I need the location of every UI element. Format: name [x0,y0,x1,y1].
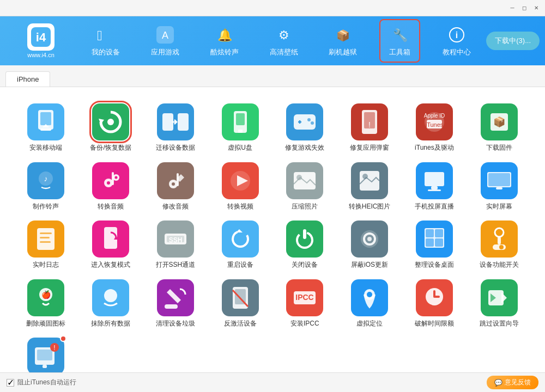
svg-rect-24 [236,113,245,125]
svg-text:IPCC: IPCC [296,293,314,302]
tool-fix-games[interactable]: 修复游戏失效 [275,103,335,152]
svg-text:!: ! [368,120,371,129]
tool-backup-guide[interactable]: !备份引导区数据 [16,338,76,372]
tool-heic-convert[interactable]: 转换HEIC图片 [340,162,399,211]
tool-icon-screen-cast [416,162,453,199]
tool-block-ios-update[interactable]: 屏蔽iOS更新 [340,220,399,270]
nav-wallpaper-label: 高清壁纸 [270,47,298,57]
nav-my-device[interactable]:  我的设备 [83,20,129,62]
nav-tutorials[interactable]: i 教程中心 [434,20,480,62]
maximize-btn[interactable]: ◻ [520,4,529,13]
tool-convert-audio[interactable]: 转换音频 [81,162,141,211]
tool-icon-shutdown-device [286,220,323,258]
tool-icon-heic-convert [351,162,388,199]
tool-make-ringtone[interactable]: ♪制作铃声 [16,162,76,211]
tool-icon-migrate [157,103,194,140]
tool-icon-itunes-driver: Apple ID iTunes [416,103,453,140]
tool-install-app[interactable]: 安装移动端 [16,103,76,152]
window-controls: ─ ◻ ✕ [508,4,541,13]
logo[interactable]: i4 www.i4.cn [5,23,76,58]
tool-label-break-timelimit: 破解时间限额 [415,320,454,328]
svg-text:📦: 📦 [493,116,506,128]
feedback-button[interactable]: 💬 意见反馈 [487,376,538,389]
nav-toolbox-label: 工具箱 [389,47,410,57]
tool-wipe-all[interactable]: 抹除所有数据 [81,279,141,328]
svg-rect-66 [431,186,438,189]
svg-rect-89 [303,229,306,239]
svg-rect-100 [435,238,443,247]
tool-deactivate[interactable]: 反激活设备 [210,279,270,328]
tool-grid: 安装移动端 备份/恢复数据 迁移设备数据 虚拟U盘 修复游戏失效 !修复应用弹窗… [16,98,529,372]
svg-point-94 [367,237,372,241]
tool-screen-cast[interactable]: 手机投屏直播 [405,162,464,211]
svg-point-50 [115,176,118,179]
tool-backup-restore[interactable]: 备份/恢复数据 [81,103,141,152]
itunes-checkbox[interactable]: ✓ [7,379,14,387]
svg-rect-103 [498,237,501,244]
svg-rect-99 [426,238,434,247]
tool-shutdown-device[interactable]: 关闭设备 [275,220,335,270]
tool-compress-photo[interactable]: 压缩照片 [275,162,335,211]
close-btn[interactable]: ✕ [532,4,541,13]
tool-break-timelimit[interactable]: 破解时间限额 [405,279,464,328]
svg-rect-97 [426,229,434,237]
tool-label-wipe-all: 抹除所有数据 [91,320,130,328]
nav-app-games[interactable]: A 应用游戏 [142,20,188,62]
wallpaper-icon: ⚙ [274,24,294,45]
tool-device-toggle[interactable]: 设备功能开关 [469,220,529,270]
bottom-left: ✓ 阻止iTunes自动运行 [7,378,76,387]
tool-convert-video[interactable]: 转换视频 [210,162,270,211]
svg-point-47 [107,181,110,185]
nav-ringtones[interactable]: 🔔 酷炫铃声 [202,20,247,62]
tool-icon-backup-guide: ! [27,338,64,372]
tool-icon-deactivate [222,279,259,316]
tool-icon-fix-popup: ! [351,103,388,140]
svg-rect-65 [425,172,444,186]
tool-migrate[interactable]: 迁移设备数据 [146,103,205,152]
tool-fake-location[interactable]: 虚拟定位 [340,279,399,328]
tool-fix-popup[interactable]: !修复应用弹窗 [340,103,399,152]
svg-text:⚙: ⚙ [278,28,289,42]
tool-label-make-ringtone: 制作铃声 [33,203,59,211]
tool-label-download-firmware: 下载固件 [486,144,512,152]
nav-jailbreak[interactable]: 📦 刷机越狱 [320,20,366,62]
tool-recovery-mode[interactable]: 进入恢复模式 [81,220,141,270]
tool-label-ssh-tunnel: 打开SSH通道 [156,261,196,270]
tool-itunes-driver[interactable]: Apple ID iTunesiTunes及驱动 [405,103,464,152]
tool-label-realtime-log: 实时日志 [33,261,59,270]
svg-text:A: A [162,30,168,41]
tool-clean-junk[interactable]: 清理设备垃圾 [146,279,205,328]
tool-realtime-log[interactable]: 实时日志 [16,220,76,270]
tool-label-screen-cast: 手机投屏直播 [415,203,454,211]
tool-realtime-screen[interactable]: 实时屏幕 [469,162,529,211]
tool-label-convert-audio: 转换音频 [98,203,124,211]
tool-icon-block-ios-update [351,220,388,258]
tool-icon-backup-restore [92,103,129,140]
tool-label-convert-video: 转换视频 [227,203,253,211]
feedback-label: 意见反馈 [505,378,531,387]
tool-delete-stubborn[interactable]: 🍎删除顽固图标 [16,279,76,328]
iphone-tab[interactable]: iPhone [5,71,50,87]
tool-virtual-udisk[interactable]: 虚拟U盘 [210,103,270,152]
svg-rect-15 [40,128,51,131]
notification-badge [60,335,66,342]
nav-toolbox[interactable]: 🔧 工具箱 [379,19,420,63]
tool-manage-desktop[interactable]: 整理设备桌面 [405,220,464,270]
tool-install-ipcc[interactable]: IPCC安装IPCC [275,279,335,328]
tool-skip-setup[interactable]: 跳过设置向导 [469,279,529,328]
tool-label-skip-setup: 跳过设置向导 [480,320,519,328]
tool-edit-audio[interactable]: 修改音频 [146,162,205,211]
tool-restart-device[interactable]: 重启设备 [210,220,270,270]
svg-text:📦: 📦 [336,29,350,42]
tool-label-clean-junk: 清理设备垃圾 [156,320,195,328]
download-button[interactable]: 下载中(3)... [486,32,540,50]
tool-ssh-tunnel[interactable]: SSH打开SSH通道 [146,220,205,270]
tool-download-firmware[interactable]: 📦下载固件 [469,103,529,152]
tool-icon-break-timelimit [416,279,453,316]
tool-label-install-app: 安装移动端 [29,144,62,152]
svg-rect-25 [238,130,243,133]
nav-wallpaper[interactable]: ⚙ 高清壁纸 [261,20,307,62]
tool-icon-restart-device [222,220,259,258]
tool-label-compress-photo: 压缩照片 [292,203,318,211]
minimize-btn[interactable]: ─ [508,4,517,13]
